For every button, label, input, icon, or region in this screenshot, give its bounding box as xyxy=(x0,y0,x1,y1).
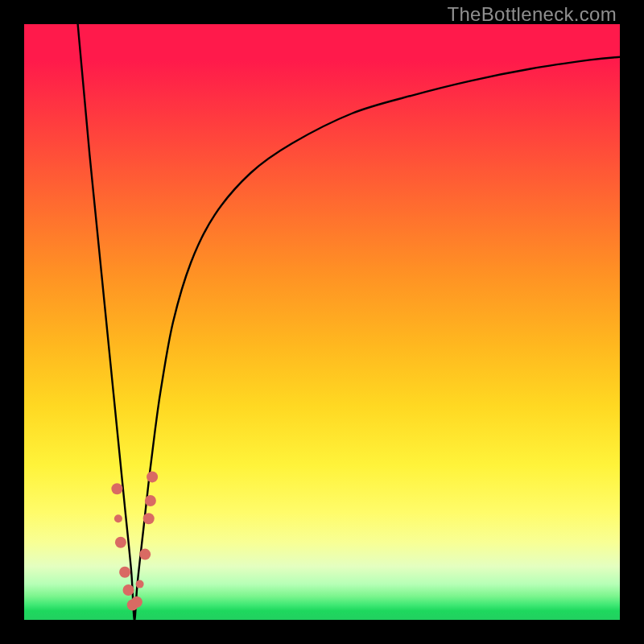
marker-point xyxy=(143,513,155,524)
bottleneck-curve-path xyxy=(78,24,620,620)
marker-point xyxy=(119,567,130,578)
bottleneck-curve xyxy=(78,24,620,620)
marker-point xyxy=(123,584,134,596)
marker-point xyxy=(136,580,144,588)
near-optimum-markers xyxy=(111,471,158,610)
marker-point xyxy=(111,483,122,494)
marker-point xyxy=(131,597,142,608)
marker-point xyxy=(139,549,151,560)
marker-point xyxy=(115,537,126,548)
marker-point xyxy=(145,495,156,506)
marker-point xyxy=(114,514,122,522)
plot-area xyxy=(24,24,620,620)
marker-point xyxy=(147,471,158,482)
chart-frame: TheBottleneck.com xyxy=(0,0,644,644)
watermark-text: TheBottleneck.com xyxy=(447,3,617,26)
curve-layer xyxy=(24,24,620,620)
